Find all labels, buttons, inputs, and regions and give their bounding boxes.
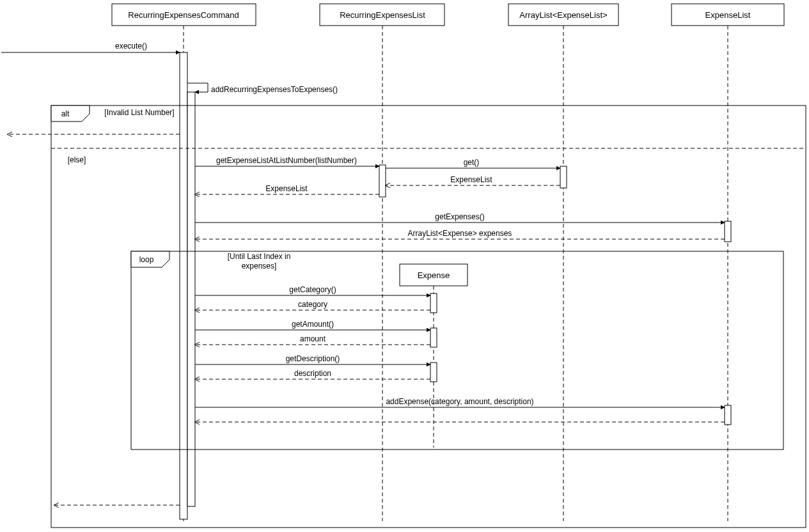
participant-expense: Expense bbox=[400, 264, 467, 286]
sequence-diagram: RecurringExpensesCommand RecurringExpens… bbox=[0, 0, 809, 532]
message-label: getAmount() bbox=[292, 320, 334, 329]
activation-bar bbox=[379, 165, 386, 197]
participant-label: RecurringExpensesCommand bbox=[128, 10, 239, 20]
participant-recurring-expenses-command: RecurringExpensesCommand bbox=[112, 4, 256, 26]
activation-bar bbox=[430, 293, 437, 313]
fragment-guard: [Invalid List Number] bbox=[104, 108, 174, 117]
activation-bar bbox=[725, 405, 731, 425]
activation-bar bbox=[725, 221, 731, 242]
fragment-tag-label: loop bbox=[139, 255, 154, 264]
activation-bar bbox=[430, 328, 437, 347]
message-label: execute() bbox=[115, 42, 147, 51]
participant-label: RecurringExpensesList bbox=[340, 10, 425, 20]
message-label: category bbox=[298, 300, 327, 309]
participant-label: ExpenseList bbox=[705, 10, 751, 20]
participant-arraylist-expenselist: ArrayList<ExpenseList> bbox=[508, 4, 618, 26]
message-label: amount bbox=[300, 334, 326, 343]
message-label: getDescription() bbox=[286, 354, 340, 363]
participant-label: ArrayList<ExpenseList> bbox=[519, 10, 607, 20]
fragment-guard-line2: expenses] bbox=[242, 262, 277, 270]
activation-bar bbox=[560, 166, 567, 188]
message-label: ExpenseList bbox=[265, 184, 308, 193]
message-label: getExpenses() bbox=[435, 212, 484, 221]
message-label: get() bbox=[464, 158, 480, 167]
message-label: addExpense(category, amount, description… bbox=[386, 397, 533, 406]
message-label: getCategory() bbox=[289, 285, 336, 294]
message-label: ArrayList<Expense> expenses bbox=[408, 229, 512, 238]
activation-bar bbox=[187, 92, 195, 506]
participant-label: Expense bbox=[418, 270, 450, 280]
fragment-tag bbox=[51, 106, 90, 121]
fragment-guard: [else] bbox=[68, 155, 86, 164]
participant-expense-list: ExpenseList bbox=[672, 4, 784, 26]
participant-recurring-expenses-list: RecurringExpensesList bbox=[320, 4, 444, 26]
alt-fragment bbox=[51, 106, 806, 528]
fragment-guard-line1: [Until Last Index in bbox=[228, 252, 291, 261]
activation-bar bbox=[430, 363, 437, 382]
fragment-tag-label: alt bbox=[61, 109, 70, 118]
message-label: description bbox=[294, 369, 331, 378]
message-label: getExpenseListAtListNumber(listNumber) bbox=[216, 156, 357, 165]
message-label: ExpenseList bbox=[450, 175, 492, 184]
message-label: addRecurringExpensesToExpenses() bbox=[211, 85, 338, 94]
message-self-call bbox=[187, 83, 208, 92]
